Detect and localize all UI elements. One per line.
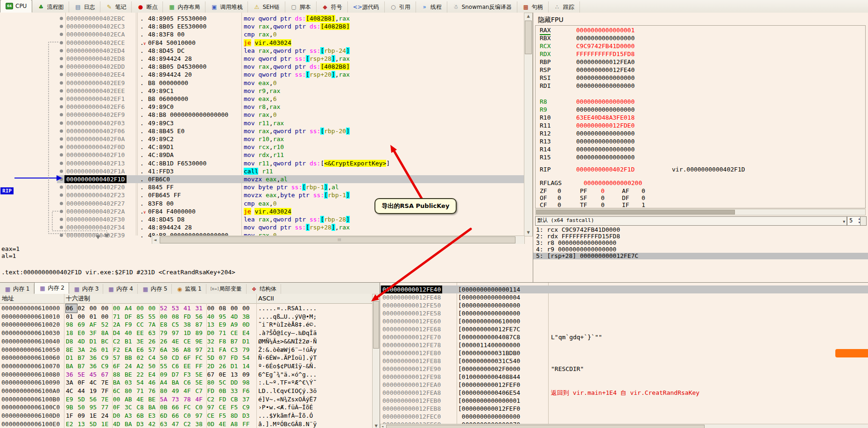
dump-byte[interactable]: F2 <box>113 346 124 354</box>
dump-byte[interactable]: 4D <box>113 420 124 428</box>
dump-address[interactable]: 0000000000610000 <box>1 304 60 313</box>
dump-byte[interactable]: 00 <box>101 304 113 313</box>
instruction-text[interactable]: mov r9,rax <box>244 87 280 95</box>
dump-address[interactable]: 0000000000610030 <box>1 329 60 337</box>
disasm-row[interactable]: 0000000000402ECA.48:83F8 00cmp rax,0 <box>0 30 524 38</box>
dump-byte[interactable]: 4D <box>231 313 242 321</box>
stack-value[interactable]: [000000000031BDB0 <box>458 349 520 357</box>
dump-byte[interactable]: 8D <box>231 412 242 420</box>
dump-byte[interactable]: 63 <box>160 420 171 428</box>
register-value[interactable]: 000000000012FEA0 <box>576 58 635 66</box>
dump-byte[interactable]: FD <box>231 354 242 362</box>
stack-row[interactable]: 000000000012FE98[0100000000408844 <box>380 373 868 381</box>
dump-byte[interactable]: 4F <box>195 395 206 404</box>
dump-byte[interactable]: FC <box>183 403 195 412</box>
stack-value[interactable]: [00000000004087C8 <box>458 333 520 341</box>
stack-row[interactable]: 000000000012FEB0[0000000000000001 <box>380 397 868 405</box>
register-row-rdi[interactable]: RDI0000000000000000 <box>533 82 860 90</box>
dump-byte[interactable]: 4E <box>172 337 183 346</box>
register-value[interactable]: 0000000000000000 <box>576 82 635 90</box>
tab-references[interactable]: ○引用 <box>385 1 416 13</box>
breakpoint-dot-icon[interactable] <box>60 41 63 44</box>
dump-byte[interactable]: 42 <box>148 420 159 428</box>
dump-byte[interactable]: FC <box>195 354 206 362</box>
dump-byte[interactable]: 18 <box>66 329 77 337</box>
dump-ascii[interactable]: ...$УkãmfÀ—Îõ.Ó <box>258 412 313 420</box>
disasm-row[interactable]: 0000000000402EDD.48:8B05 D4530000mov rax… <box>0 63 524 71</box>
dump-byte[interactable]: 45 <box>89 371 100 379</box>
instruction-text[interactable]: cmp eax,0 <box>244 200 276 207</box>
flag-value[interactable]: 0 <box>557 201 561 209</box>
instruction-bytes[interactable]: 48:B8 0000000000000000 <box>148 111 228 119</box>
dump-byte[interactable]: 97 <box>195 412 206 420</box>
dump-byte[interactable]: 79 <box>160 329 171 337</box>
dump-byte[interactable]: CE <box>183 337 195 346</box>
stack-row[interactable]: 000000000012FE58[0000000000000000 <box>380 309 868 317</box>
instruction-bytes[interactable]: 48:8905 F5530000 <box>148 14 206 22</box>
dump-row[interactable]: 00000000006100A04C44197F6C80717680494FC7… <box>0 387 372 395</box>
instruction-address[interactable]: 0000000000402ECE <box>66 39 125 47</box>
register-row-rflags[interactable]: RFLAGS0000000000000200 <box>533 179 860 187</box>
breakpoint-dot-icon[interactable] <box>60 226 63 229</box>
dump-byte[interactable]: 08 <box>219 304 230 313</box>
dump-byte[interactable]: 4E <box>136 395 148 404</box>
dump-byte[interactable]: 57 <box>113 354 124 362</box>
dump-byte[interactable]: EE <box>136 329 148 337</box>
instruction-text[interactable]: cmp rax,0 <box>244 30 276 38</box>
instruction-text[interactable]: mov qword ptr ss:[rsp+28],rax <box>244 55 350 63</box>
stack-row[interactable]: 000000000012FE48[0000000000000004 <box>380 293 868 301</box>
instruction-text[interactable]: movzx eax,al <box>244 175 288 183</box>
dump-byte[interactable]: B1 <box>125 337 136 346</box>
instruction-bytes[interactable]: 4C:89D1 <box>148 143 174 151</box>
dump-byte[interactable]: 24 <box>101 412 113 420</box>
dump-byte[interactable]: BA <box>148 403 159 412</box>
scroll-down-icon[interactable]: ▼ <box>524 231 532 235</box>
dump-byte[interactable]: EE <box>183 362 195 371</box>
dump-byte[interactable]: 52 <box>160 304 171 313</box>
instruction-bytes[interactable]: 48:8B05 D4530000 <box>148 63 206 71</box>
dump-byte[interactable]: 98 <box>66 321 77 329</box>
dump-ascii[interactable]: :.L~º.TF¤ºÆ^€\Ý˜ <box>258 378 317 387</box>
breakpoint-dot-icon[interactable] <box>60 17 63 20</box>
dump-byte[interactable]: B7 <box>231 337 242 346</box>
dump-byte[interactable]: E4 <box>242 329 254 337</box>
dump-byte[interactable]: B7 <box>78 354 89 362</box>
dump-address[interactable]: 0000000000610050 <box>1 346 60 354</box>
dump-byte[interactable]: 52 <box>101 321 113 329</box>
dump-row[interactable]: 00000000006100209869AF522AF9CC7AE8C53887… <box>0 321 372 329</box>
instruction-bytes[interactable]: 4C:89DA <box>148 151 174 159</box>
dump-byte[interactable]: 9B <box>66 403 77 412</box>
dump-row[interactable]: 00000000006100B0E95D567E00AB4EBE5A73784F… <box>0 395 372 404</box>
instruction-address[interactable]: 0000000000402EDD <box>66 63 125 71</box>
dump-byte[interactable]: 50 <box>148 362 159 371</box>
dump-byte[interactable]: 7E <box>101 378 113 387</box>
disasm-row[interactable]: 0000000000402F20.8845 FFmov byte ptr ss:… <box>0 183 524 191</box>
stack-address[interactable]: 000000000012FE68 <box>382 325 441 333</box>
register-row-r9[interactable]: R90000000000000000 <box>533 106 860 114</box>
dump-byte[interactable]: 79 <box>242 346 254 354</box>
stack-value[interactable]: [0100000000408844 <box>458 373 520 381</box>
register-value[interactable]: 0000000000000000 <box>576 74 635 82</box>
dump-byte[interactable]: FD <box>219 395 230 404</box>
stack-address[interactable]: 000000000012FEA8 <box>382 389 441 397</box>
stack-address[interactable]: 000000000012FE78 <box>382 341 441 349</box>
dump-byte[interactable]: 73 <box>172 395 183 404</box>
dump-byte[interactable]: 37 <box>242 395 254 404</box>
breakpoint-dot-icon[interactable] <box>60 178 63 181</box>
breakpoint-dot-icon[interactable] <box>60 89 63 93</box>
flag-value[interactable]: 0 <box>601 194 605 202</box>
instruction-bytes[interactable]: 8845 FF <box>148 183 174 191</box>
dump-tab-内存-3[interactable]: ▦内存 3 <box>69 284 103 294</box>
dump-byte[interactable]: 0B <box>160 403 171 412</box>
stack-address[interactable]: 000000000012FEC0 <box>382 413 441 421</box>
dump-byte[interactable]: CD <box>172 354 183 362</box>
dump-byte[interactable]: 00 <box>113 395 124 404</box>
dump-byte[interactable]: CC <box>136 321 148 329</box>
dump-byte[interactable]: 71 <box>113 313 124 321</box>
dump-ascii[interactable]: º·6Éo$¢PUÆîÿ-&Ñ. <box>258 362 317 371</box>
flag-value[interactable]: 0 <box>557 194 561 202</box>
register-value[interactable]: FFFFFFFFFFD15FD8 <box>576 50 635 58</box>
instruction-address[interactable]: 0000000000402F06 <box>66 127 125 135</box>
tab-log[interactable]: ▤日志 <box>69 1 100 13</box>
dump-byte[interactable]: 5D <box>89 420 100 428</box>
